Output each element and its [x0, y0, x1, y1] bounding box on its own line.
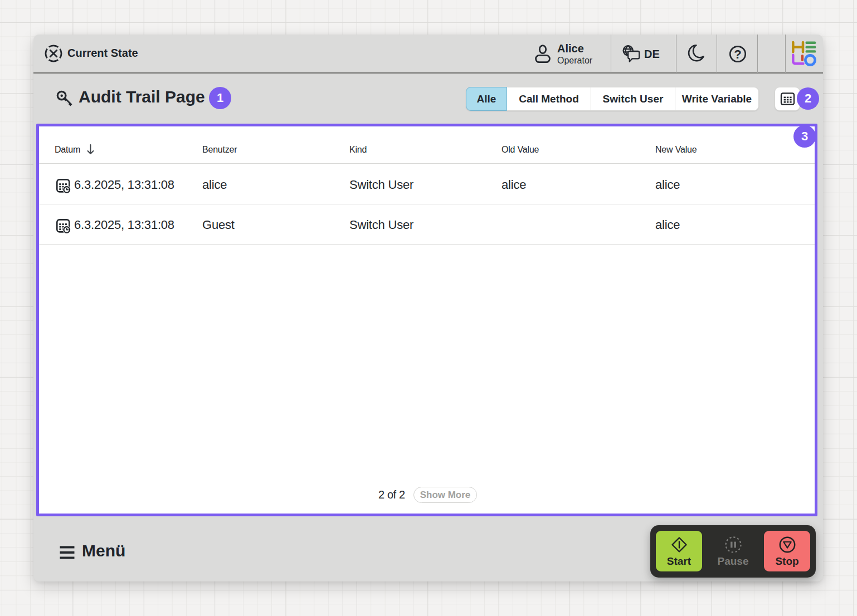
svg-text:?: ? [734, 47, 741, 61]
